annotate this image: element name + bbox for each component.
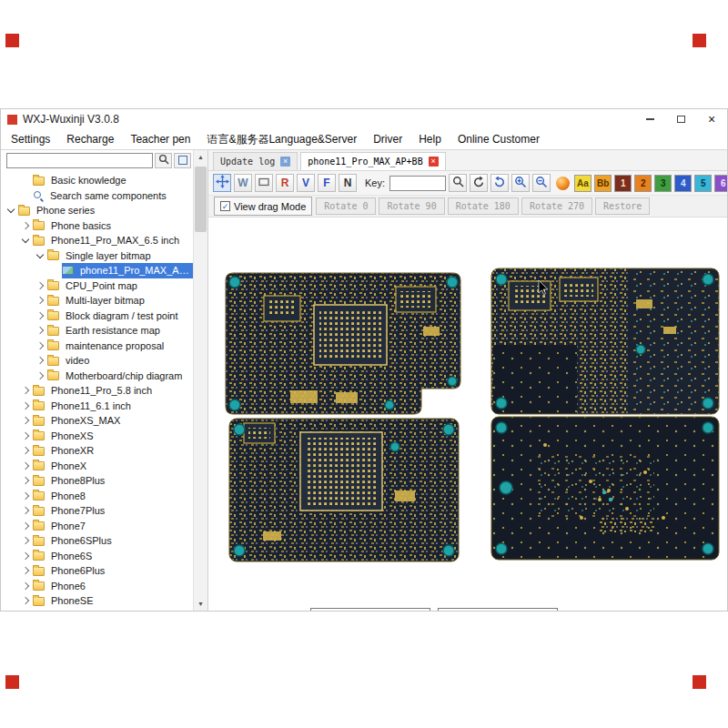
tree-item[interactable]: Phone7	[1, 519, 193, 534]
chevron-right-icon[interactable]	[22, 447, 29, 454]
tab-inactive[interactable]: Update log×	[213, 152, 298, 170]
chevron-right-icon[interactable]	[22, 522, 29, 530]
color-chip-5[interactable]: 5	[694, 175, 712, 192]
tree-item[interactable]: Phone7Plus	[1, 503, 193, 519]
tree-item[interactable]: Phone8Plus	[1, 473, 193, 489]
tree-item[interactable]: Single layer bitmap	[1, 248, 193, 264]
chevron-right-icon[interactable]	[36, 312, 44, 319]
chevron-right-icon[interactable]	[36, 282, 44, 289]
chevron-right-icon[interactable]	[22, 567, 29, 574]
tree-item[interactable]: Phone11_Pro_MAX_6.5 inch	[1, 233, 193, 248]
tree-item[interactable]: Phone8	[1, 489, 193, 504]
menu-item[interactable]: Recharge	[58, 133, 122, 146]
rect-select-button[interactable]	[255, 174, 273, 192]
chevron-right-icon[interactable]	[22, 582, 29, 590]
chevron-right-icon[interactable]	[22, 492, 29, 500]
status-input-2[interactable]	[438, 608, 558, 611]
search-key-button[interactable]	[449, 174, 467, 192]
maximize-button[interactable]	[665, 109, 696, 129]
menu-item[interactable]: Teacher pen	[122, 133, 198, 146]
color-chip-aa[interactable]: Aa	[574, 175, 592, 192]
color-chip-3[interactable]: 3	[654, 175, 672, 192]
view-drag-mode-toggle[interactable]: ✓ View drag Mode	[214, 197, 312, 216]
chevron-right-icon[interactable]	[36, 327, 44, 334]
chevron-right-icon[interactable]	[22, 552, 29, 560]
search-go-button[interactable]	[155, 153, 172, 168]
canvas[interactable]: Not and note...	[208, 217, 727, 611]
menu-item[interactable]: Driver	[365, 133, 410, 146]
tree-item[interactable]: phone11_Pro_MAX_AP+BI	[1, 263, 193, 278]
button-rotate-0[interactable]: Rotate 0	[316, 197, 376, 215]
chevron-right-icon[interactable]	[22, 402, 29, 410]
tree-item[interactable]: PhoneSE	[1, 593, 193, 609]
tree-item[interactable]: Phone11_6.1 inch	[1, 399, 193, 414]
tree-item[interactable]: Basic knowledge	[1, 173, 193, 188]
status-input-1[interactable]	[310, 608, 430, 611]
chevron-right-icon[interactable]	[36, 357, 44, 364]
tree-item[interactable]: Phone basics	[1, 218, 193, 234]
search-options-button[interactable]	[174, 153, 191, 168]
letter-button-r[interactable]: R	[276, 174, 294, 192]
tree-item[interactable]: Motherboard/chip diagram	[1, 369, 193, 384]
scrollbar-track[interactable]	[194, 164, 207, 597]
key-input[interactable]	[389, 176, 446, 191]
tree-item[interactable]: Phone series	[1, 203, 193, 218]
menu-item[interactable]: Settings	[3, 133, 58, 146]
chevron-right-icon[interactable]	[22, 507, 29, 514]
tab-active[interactable]: phone11_Pro_MAX_AP+BB×	[300, 152, 445, 170]
chevron-down-icon[interactable]	[36, 251, 44, 258]
tree-item[interactable]: Phone6SPlus	[1, 533, 193, 549]
chevron-right-icon[interactable]	[22, 432, 29, 440]
chevron-down-icon[interactable]	[7, 206, 15, 213]
tree-item[interactable]: Phone11_Pro_5.8 inch	[1, 383, 193, 399]
search-input[interactable]	[6, 153, 153, 168]
color-chip-6[interactable]: 6	[714, 175, 728, 192]
letter-button-v[interactable]: V	[297, 174, 315, 192]
color-chip-2[interactable]: 2	[634, 175, 652, 192]
letter-button-w[interactable]: W	[234, 174, 252, 192]
tree-scrollbar[interactable]: ▲ ▼	[193, 150, 207, 611]
color-chip-1[interactable]: 1	[614, 175, 632, 192]
letter-button-n[interactable]: N	[339, 174, 357, 192]
tree-item[interactable]: Search same components	[1, 188, 193, 204]
tab-close-button[interactable]: ×	[429, 157, 439, 167]
tree-item[interactable]: Phone6S	[1, 549, 193, 564]
chevron-right-icon[interactable]	[36, 372, 44, 379]
color-chip-4[interactable]: 4	[674, 175, 692, 192]
tree-item[interactable]: Earth resistance map	[1, 323, 193, 339]
tree-item[interactable]: PhoneX	[1, 459, 193, 474]
chevron-right-icon[interactable]	[22, 222, 29, 229]
color-picker-button[interactable]	[553, 174, 571, 192]
tree-item[interactable]: Phone6Plus	[1, 563, 193, 579]
tab-close-button[interactable]: ×	[280, 157, 290, 167]
zoom-out-button[interactable]	[532, 174, 551, 192]
minimize-button[interactable]	[634, 109, 665, 129]
button-restore[interactable]: Restore	[595, 197, 650, 215]
chevron-right-icon[interactable]	[22, 477, 29, 484]
zoom-in-button[interactable]	[511, 174, 530, 192]
chevron-down-icon[interactable]	[22, 236, 29, 243]
scroll-down-button[interactable]: ▼	[194, 597, 207, 611]
chevron-right-icon[interactable]	[36, 297, 44, 304]
rotate-ccw-button[interactable]	[490, 174, 509, 192]
button-rotate-90[interactable]: Rotate 90	[379, 197, 444, 215]
tree-item[interactable]: maintenance proposal	[1, 339, 193, 354]
chevron-right-icon[interactable]	[22, 462, 29, 470]
scroll-up-button[interactable]: ▲	[194, 150, 207, 164]
button-rotate-270[interactable]: Rotate 270	[521, 197, 592, 215]
letter-button-f[interactable]: F	[318, 174, 336, 192]
pcb-bitmap-view[interactable]	[208, 217, 727, 611]
menu-item[interactable]: Help	[410, 133, 450, 146]
color-chip-bb[interactable]: Bb	[594, 175, 612, 192]
rotate-cw-button[interactable]	[470, 174, 488, 192]
tree-item[interactable]: CPU_Point map	[1, 278, 193, 294]
chevron-right-icon[interactable]	[36, 342, 44, 349]
tree-item[interactable]: PhoneXR	[1, 443, 193, 459]
chevron-right-icon[interactable]	[22, 387, 29, 394]
menu-item[interactable]: 语言&服务器Language&Server	[198, 132, 365, 147]
tree-item[interactable]: Multi-layer bitmap	[1, 293, 193, 308]
button-rotate-180[interactable]: Rotate 180	[448, 197, 519, 215]
tree-item[interactable]: Phone6	[1, 579, 193, 594]
tree-item[interactable]: Block diagram / test point	[1, 308, 193, 324]
chevron-right-icon[interactable]	[22, 537, 29, 544]
